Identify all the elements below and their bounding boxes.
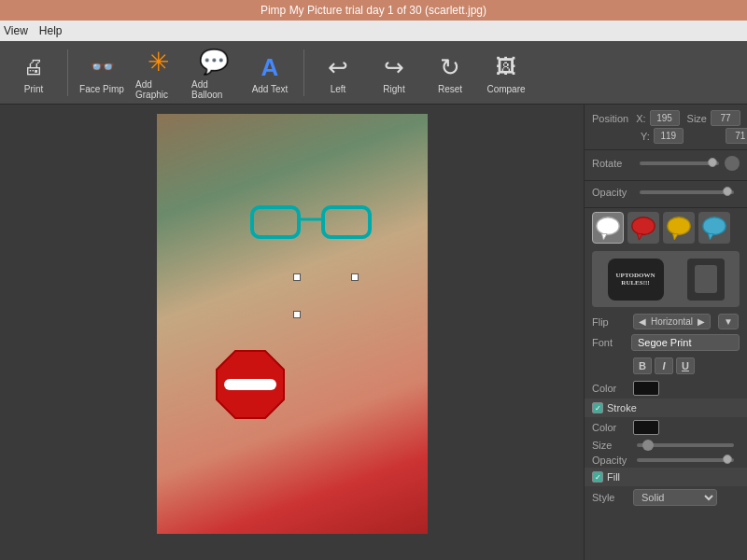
stroke-opacity-label: Opacity [592,455,627,466]
face-pimp-icon: 👓 [85,50,119,84]
fill-label: Fill [607,471,620,483]
compare-label: Compare [486,84,525,94]
right-panel: Position X: 195 Size 77 Y: 119 71 Rotate [584,105,747,560]
menu-help[interactable]: Help [39,24,63,37]
stroke-checkbox[interactable]: ✓ [592,402,603,413]
add-text-button[interactable]: A Add Text [244,47,296,98]
add-text-label: Add Text [252,84,289,94]
handle-bc[interactable] [351,273,359,281]
w-value[interactable]: 77 [711,110,740,126]
balloon-gold[interactable] [663,212,695,244]
opacity-section: Opacity [585,181,747,208]
right-button[interactable]: ↪ Right [368,47,420,98]
bold-button[interactable]: B [633,357,652,374]
font-name-display[interactable]: Segoe Print [631,334,740,351]
stroke-section-header: ✓ Stroke [585,399,747,417]
print-button[interactable]: 🖨 Print [7,47,60,98]
title-text: Pimp My Picture trial day 1 of 30 (scarl… [261,4,486,17]
toolbar: 🖨 Print 👓 Face Pimp ✳ Add Graphic 💬 Add … [0,41,747,105]
main-area: UPTODOWN RULES!!! [0,105,747,560]
flip-direction-btn[interactable]: ◀ Horizontal ▶ [633,314,711,329]
image-container: UPTODOWN RULES!!! [157,114,428,534]
svg-rect-6 [224,379,276,390]
preview-bubble: UPTODOWN RULES!!! [608,259,664,301]
fill-style-label: Style [592,492,627,503]
stroke-size-row: Size [585,438,747,453]
flip-value: Horizontal [651,316,693,327]
size-label: Size [687,113,707,124]
reset-button[interactable]: ↻ Reset [424,47,476,98]
y-value[interactable]: 119 [654,128,684,144]
right-icon: ↪ [377,50,411,84]
svg-point-11 [668,217,690,235]
balloon-teal[interactable] [698,212,730,244]
handle-mr[interactable] [293,311,301,318]
stroke-color-row: Color [585,417,747,438]
stop-sign [213,347,288,422]
title-bar: Pimp My Picture trial day 1 of 30 (scarl… [0,0,747,21]
stroke-opacity-slider[interactable] [637,458,734,462]
flip-dropdown[interactable]: ▼ [718,314,739,329]
stroke-size-slider[interactable] [637,443,734,447]
svg-point-9 [632,217,655,235]
stroke-label: Stroke [607,402,637,413]
fill-checkbox[interactable]: ✓ [592,471,603,483]
compare-icon: 🖼 [489,50,523,84]
face-pimp-button[interactable]: 👓 Face Pimp [76,47,128,98]
handle-br[interactable] [293,273,301,281]
svg-marker-10 [637,234,642,241]
opacity-label: Opacity [592,187,634,198]
add-balloon-button[interactable]: 💬 Add Balloon [188,42,240,104]
position-section: Position X: 195 Size 77 Y: 119 71 [585,105,747,150]
svg-marker-8 [601,234,607,241]
reset-label: Reset [438,84,462,94]
rotate-section: Rotate [585,150,747,181]
opacity-slider[interactable] [640,190,734,194]
face-pimp-label: Face Pimp [79,84,124,94]
add-graphic-button[interactable]: ✳ Add Graphic [132,42,184,104]
svg-point-13 [703,217,726,235]
stroke-color-swatch[interactable] [633,420,659,435]
fill-section-header: ✓ Fill [585,468,747,486]
add-balloon-icon: 💬 [197,46,231,79]
toolbar-separator-2 [303,49,304,96]
flip-right-arrow: ▶ [698,316,705,327]
print-icon: 🖨 [17,50,50,84]
italic-button[interactable]: I [655,357,673,374]
flip-left-arrow: ◀ [639,316,646,327]
fill-style-row: Style Solid Gradient None [585,486,747,509]
svg-rect-1 [323,207,370,237]
svg-point-7 [597,217,619,235]
flip-label: Flip [592,316,627,328]
x-value[interactable]: 195 [650,110,680,126]
canvas-area[interactable]: UPTODOWN RULES!!! [0,105,584,560]
svg-marker-12 [672,234,678,241]
x-label: X: [636,113,645,124]
menu-view[interactable]: View [4,24,28,37]
add-text-icon: A [253,50,287,84]
preview-area: UPTODOWN RULES!!! [592,251,740,307]
add-graphic-label: Add Graphic [135,79,180,100]
rotate-label: Rotate [592,158,634,169]
preview-text: UPTODOWN RULES!!! [608,272,664,287]
rotate-slider[interactable] [640,161,719,165]
glasses-overlay [250,203,372,245]
text-color-row: Color [585,378,747,399]
balloon-white[interactable] [592,212,624,244]
right-label: Right [383,84,404,94]
fill-style-select[interactable]: Solid Gradient None [633,489,717,506]
h-value[interactable]: 71 [726,128,747,144]
left-button[interactable]: ↩ Left [312,47,364,98]
menu-bar: View Help [0,21,747,41]
text-color-swatch[interactable] [633,381,659,396]
flip-row: Flip ◀ Horizontal ▶ ▼ [585,311,747,332]
font-label: Font [592,337,627,348]
photo-background: UPTODOWN RULES!!! [157,114,428,534]
toolbar-separator [67,49,68,96]
compare-button[interactable]: 🖼 Compare [480,47,532,98]
reset-icon: ↻ [433,50,467,84]
stroke-color-label: Color [592,422,627,433]
underline-button[interactable]: U [676,357,695,374]
add-graphic-icon: ✳ [141,46,175,79]
balloon-red[interactable] [627,212,659,244]
